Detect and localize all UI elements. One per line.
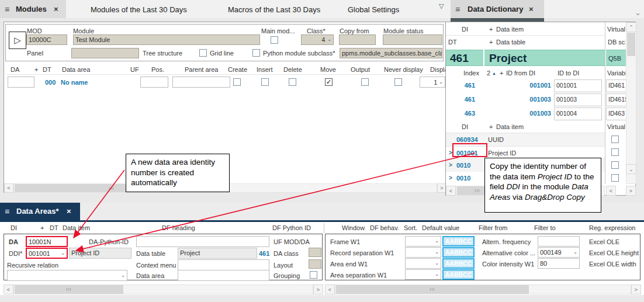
col-parent-area[interactable]: Parent area [185, 66, 218, 73]
col-move[interactable]: Move [320, 66, 336, 73]
class-dropdown[interactable]: 4⌄ [301, 34, 334, 45]
area-separation-color-swatch[interactable]: AABBCC [442, 269, 475, 280]
data-area-input[interactable] [178, 270, 269, 281]
move-checkbox[interactable]: ✓ [325, 78, 333, 86]
grid-line-checkbox[interactable] [199, 49, 207, 57]
index-row-index[interactable]: 463 [452, 110, 475, 117]
close-icon[interactable]: × [54, 5, 58, 13]
da-col-di[interactable]: DI [11, 224, 17, 231]
collapse-panel-top-icon[interactable]: ⌄ [635, 8, 641, 17]
create-checkbox[interactable] [233, 78, 241, 86]
da-python-id-input[interactable] [136, 236, 269, 247]
main-mod-checkbox[interactable] [271, 36, 278, 44]
insert-checkbox[interactable] [261, 78, 269, 86]
dict-col-data-item[interactable]: Data item [496, 26, 524, 33]
module-name-field[interactable]: Test Module [73, 34, 260, 45]
index-row-index[interactable]: 461 [452, 82, 475, 89]
col-uf[interactable]: UF [130, 66, 139, 73]
tab-modules[interactable]: ≡ Modules × [0, 0, 66, 18]
alternative-color-dropdown[interactable]: 000149⌄ [538, 247, 580, 258]
da-col-plus[interactable]: + [40, 224, 44, 231]
layout-field[interactable] [309, 259, 321, 269]
tab-macros-last-30-days[interactable]: Macros of the Last 30 Days [228, 5, 320, 14]
da-class-field[interactable] [309, 248, 321, 257]
da-col-sort[interactable]: Sort. [404, 224, 417, 231]
altern-frequency-input[interactable] [538, 236, 580, 247]
module-status-field[interactable] [383, 34, 442, 45]
virtual-checkbox[interactable] [611, 174, 619, 182]
python-subclass-field[interactable]: ppms.module_subclasses.base_clas [340, 48, 442, 58]
scroll-left-icon[interactable]: < [446, 186, 456, 196]
mod-field[interactable]: 10000C [26, 34, 67, 45]
index-sort-num[interactable]: 2 [487, 70, 490, 77]
context-menu-input[interactable] [178, 259, 269, 270]
virtual-checkbox[interactable] [611, 148, 619, 156]
index-row-id-from[interactable]: 001001 [501, 82, 551, 89]
h-scrollbar-thumb[interactable]: III [336, 285, 529, 294]
v-scrollbar-thumb[interactable] [627, 33, 635, 56]
selected-table-schema-cell[interactable]: Q5B [606, 50, 626, 66]
virtual-checkbox[interactable] [611, 161, 619, 169]
col-create[interactable]: Create [228, 66, 247, 73]
index-row-id-to-cell[interactable]: 001004 [554, 107, 602, 120]
col-id-to-di[interactable]: ID to DI [558, 70, 579, 77]
col-delete[interactable]: Delete [283, 66, 302, 73]
scroll-up-icon[interactable]: ⌃ [626, 22, 636, 32]
record-separation-color-swatch[interactable]: AABBCC [442, 247, 475, 258]
panel-field[interactable] [71, 48, 139, 58]
close-icon[interactable]: × [67, 207, 71, 216]
da-col-data-item[interactable]: Data item [63, 224, 90, 231]
hamburger-icon[interactable]: ≡ [455, 5, 460, 14]
scroll-down-icon[interactable]: ⌄ [626, 164, 636, 174]
h-scrollbar-thumb[interactable]: III [15, 285, 123, 294]
expand-arrow-icon[interactable]: > [449, 150, 452, 156]
tab-modules-last-30-days[interactable]: Modules of the Last 30 Days [91, 5, 187, 14]
scroll-left-icon[interactable]: < [4, 284, 13, 294]
di-col-plus[interactable]: + [489, 123, 493, 130]
scroll-left-icon[interactable]: < [4, 183, 13, 193]
color-intensity-input[interactable]: 80 [538, 258, 580, 269]
col-never-display[interactable]: Never display [384, 66, 423, 73]
close-icon[interactable]: × [529, 5, 534, 13]
ddi-dropdown[interactable]: 001001⌄ [26, 248, 68, 259]
da-id-input[interactable] [8, 77, 34, 88]
index-row-index[interactable]: 461 [452, 96, 475, 103]
scroll-right-icon[interactable]: > [313, 284, 323, 294]
da-col-default-value[interactable]: Default value [422, 224, 459, 231]
delete-checkbox[interactable] [289, 78, 296, 86]
scroll-left-icon[interactable]: < [325, 284, 335, 294]
row-dt-value[interactable]: 000 [45, 79, 56, 86]
index-col[interactable]: Index [463, 70, 479, 77]
python-subclass-checkbox[interactable] [252, 49, 260, 57]
pos-input[interactable] [140, 77, 168, 88]
col-da[interactable]: DA [11, 66, 19, 73]
da-col-dt[interactable]: DT [50, 224, 58, 231]
row-data-area-value[interactable]: No name [61, 79, 88, 86]
frame-w1-color-swatch[interactable]: AABBCC [442, 236, 475, 247]
col-id-from-di[interactable]: ID from DI [506, 70, 535, 77]
index-row-id-to-cell[interactable]: 001003 [554, 93, 602, 106]
virtual-checkbox[interactable] [611, 136, 619, 143]
da-col-df-heading[interactable]: DF heading [162, 224, 195, 231]
display-dropdown[interactable]: 1⌄ [420, 77, 445, 88]
index-plus[interactable]: + [500, 70, 503, 77]
area-end-color-swatch[interactable]: AABBCC [442, 258, 475, 269]
index-row-id-to-cell[interactable]: 001001 [554, 79, 602, 92]
tab-global-settings[interactable]: Global Settings [348, 5, 399, 14]
never-display-checkbox[interactable] [394, 78, 402, 86]
index-row-variable-cell[interactable]: ID461 [606, 79, 627, 92]
di-col-di[interactable]: DI [462, 123, 468, 130]
da-col-df-python[interactable]: DF Python ID [272, 224, 311, 231]
di-col-data-item[interactable]: Data item [496, 123, 524, 130]
run-module-button[interactable]: ▷ [9, 32, 26, 49]
dict-col-data-table[interactable]: Data table [496, 39, 525, 46]
col-plus[interactable]: + [34, 66, 38, 73]
selected-table-name-cell[interactable]: Project [484, 50, 605, 66]
da-col-window[interactable]: Window [342, 224, 365, 231]
dict-col-db-schema[interactable]: DB scher [608, 39, 625, 46]
hamburger-icon[interactable]: ≡ [5, 5, 9, 14]
index-row-id-from[interactable]: 001003 [501, 96, 551, 103]
col-data-area[interactable]: Data area [62, 66, 90, 73]
scroll-right-icon[interactable]: > [626, 186, 636, 196]
frame-w1-dropdown[interactable]: ⌄ [405, 236, 441, 247]
